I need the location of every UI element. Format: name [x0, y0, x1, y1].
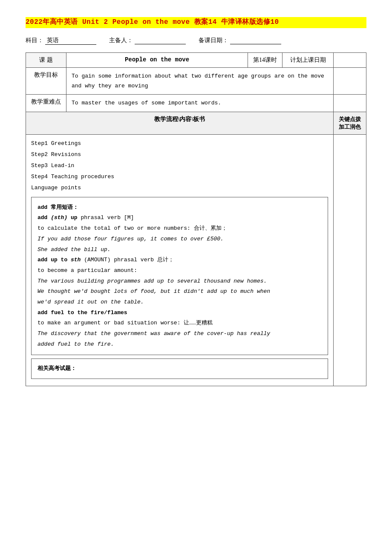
preparer-label: 主备人： [109, 37, 133, 44]
subject-item: 科目： 英语 [26, 37, 96, 45]
step1: Step1 Greetings [31, 138, 328, 149]
preparer-value [135, 37, 186, 44]
right-col-flow [334, 134, 366, 386]
lesson-num-cell: 第14课时 [248, 52, 282, 67]
objective-content: To gain some information about what two … [66, 67, 334, 95]
gaokao-label: 相关高考试题： [37, 365, 76, 372]
right-col-empty3 [334, 95, 366, 112]
row-objective: 教学目标 To gain some information about what… [26, 67, 366, 95]
example2: She added the bill up. [37, 245, 322, 255]
step2: Step2 Revisions [31, 149, 328, 160]
example4b: we'd spread it out on the table. [37, 297, 322, 308]
subject-value: 英语 [45, 37, 96, 45]
right-col-empty2 [334, 67, 366, 95]
subject-label: 科目： [26, 37, 43, 44]
add-phrases-header: add 常用短语： [37, 202, 322, 213]
label-objective: 教学目标 [26, 67, 66, 95]
row-lesson-title: 课 题 People on the move 第14课时 计划上课日期 [26, 52, 366, 67]
add-up-definition: to calculate the total of two or more nu… [37, 223, 322, 234]
date-label: 备课日期： [199, 37, 228, 44]
date-value [230, 37, 281, 44]
lang-points: Language points [31, 182, 328, 194]
step3: Step3 Lead-in [31, 160, 328, 171]
row-flow-steps: Step1 Greetings Step2 Revisions Step3 Le… [26, 134, 366, 386]
example1: If you add those four figures up, it com… [37, 234, 322, 245]
flow-content-cell: Step1 Greetings Step2 Revisions Step3 Le… [26, 134, 334, 386]
step4: Step4 Teaching procedures [31, 171, 328, 182]
add-up-to-definition: to become a particular amount: [37, 266, 322, 276]
label-difficulty: 教学重难点 [26, 95, 66, 112]
gaokao-box: 相关高考试题： [31, 358, 328, 379]
language-box: add 常用短语： add (sth) up phrasal verb [M] … [31, 197, 328, 356]
right-col-empty1 [334, 52, 366, 67]
row-section-header: 教学流程\内容\板书 关键点拨 加工润色 [26, 112, 366, 134]
add-fuel-header: add fuel to the fire/flames [37, 308, 322, 318]
main-table: 课 题 People on the move 第14课时 计划上课日期 教学目标… [26, 52, 366, 387]
lesson-title-cell: People on the move [66, 52, 248, 67]
page-title: 2022年高中英语 Unit 2 People on the move 教案14… [26, 17, 366, 28]
add-sth-up: add (sth) up phrasal verb [M] [37, 213, 322, 223]
section-header: 教学流程\内容\板书 [26, 112, 334, 134]
example5: The discovery that the government was aw… [37, 329, 322, 339]
meta-row: 科目： 英语 主备人： 备课日期： [26, 37, 366, 45]
add-fuel-definition: to make an argument or bad situation wor… [37, 318, 322, 329]
preparer-item: 主备人： [109, 37, 186, 44]
example5b: added fuel to the fire. [37, 339, 322, 350]
difficulty-content: To master the usages of some important w… [66, 95, 334, 112]
flow-steps: Step1 Greetings Step2 Revisions Step3 Le… [31, 138, 328, 379]
right-col-header: 关键点拨 加工润色 [334, 112, 366, 134]
date-item: 备课日期： [199, 37, 281, 44]
plan-date-cell: 计划上课日期 [282, 52, 334, 67]
example3: The various building programmes add up t… [37, 276, 322, 287]
example4: We thought we'd bought lots of food, but… [37, 286, 322, 297]
add-up-to: add up to sth (AMOUNT) phrasal verb 总计； [37, 255, 322, 266]
row-difficulty: 教学重难点 To master the usages of some impor… [26, 95, 366, 112]
label-keti: 课 题 [26, 52, 66, 67]
